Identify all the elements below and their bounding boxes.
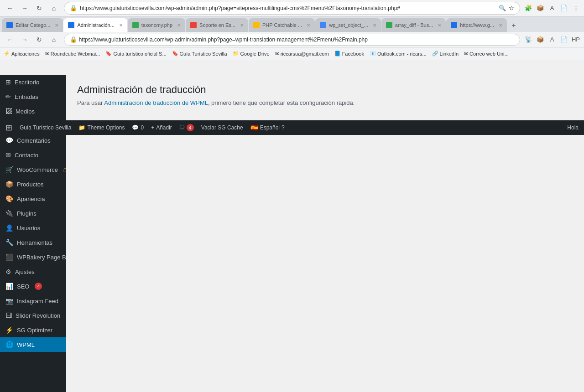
back-button[interactable]: ← xyxy=(4,2,16,15)
bookmark-facebook[interactable]: 📘 Facebook xyxy=(334,51,364,57)
theme-options-text: Theme Options xyxy=(87,124,125,131)
sidebar-item-herramientas[interactable]: 🔧 Herramientas xyxy=(0,235,66,250)
sidebar-item-slider[interactable]: 🎞 Slider Revolution xyxy=(0,308,66,323)
bookmark-correo[interactable]: ✉ Correo web Uni... xyxy=(464,51,509,57)
dropbox-icon[interactable]: 📦 xyxy=(536,4,545,13)
sidebar-item-escritorio[interactable]: ⊞ Escritorio xyxy=(0,75,66,89)
home-button[interactable]: ⌂ xyxy=(47,2,60,15)
tab-close-icon[interactable]: ✕ xyxy=(499,23,502,28)
sidebar-item-wpml[interactable]: 🌐 WPML xyxy=(0,337,66,352)
woocommerce-icon: 🛒 xyxy=(5,166,13,173)
back-button-2[interactable]: ← xyxy=(4,33,16,46)
sidebar-item-usuarios[interactable]: 👤 Usuarios xyxy=(0,221,66,235)
forward-button[interactable]: → xyxy=(18,2,31,15)
productos-icon: 📦 xyxy=(5,181,13,188)
tab-taxonomy[interactable]: taxonomy.php ✕ xyxy=(128,18,185,32)
reload-button-2[interactable]: ↻ xyxy=(33,33,46,46)
sidebar-item-instagram[interactable]: 📷 Instagram Feed xyxy=(0,294,66,308)
tab-wp-set-object[interactable]: wp_set_object_... ✕ xyxy=(315,18,381,32)
menu-icon[interactable]: ⋮ xyxy=(571,4,580,13)
adobe-icon[interactable]: A xyxy=(548,4,557,13)
tab-favicon xyxy=(132,22,139,28)
page-description: Para usar Administración de traducción d… xyxy=(77,99,573,106)
sidebar-item-woocommerce[interactable]: 🛒 WooCommerce ⚠ xyxy=(0,162,66,177)
tab-soporte[interactable]: Soporte en Es... ✕ xyxy=(186,18,248,32)
escritorio-label: Escritorio xyxy=(15,79,39,86)
tab-close-icon[interactable]: ✕ xyxy=(240,23,244,28)
new-tab-button[interactable]: + xyxy=(507,19,520,32)
tab-close-icon[interactable]: ✕ xyxy=(119,23,123,28)
hp-icon[interactable]: HP xyxy=(571,35,580,44)
sidebar-item-plugins[interactable]: 🔌 Plugins xyxy=(0,206,66,221)
browser-nav-buttons-2: ← → ↻ ⌂ xyxy=(4,33,60,46)
address-bar-2[interactable]: 🔒 https://www.guiaturisticosevilla.com/w… xyxy=(64,34,520,46)
tab-favicon xyxy=(451,22,457,28)
apariencia-label: Apariencia xyxy=(17,196,45,202)
wpbakery-label: WPBakery Page Builder xyxy=(17,254,66,261)
home-button-2[interactable]: ⌂ xyxy=(47,33,60,46)
topbar-language[interactable]: 🇪🇸 Español ? xyxy=(250,124,285,131)
sidebar-item-ajustes[interactable]: ⚙ Ajustes xyxy=(0,264,66,279)
tab-close-icon[interactable]: ✕ xyxy=(307,23,310,28)
woocommerce-warning-icon: ⚠ xyxy=(63,166,66,173)
bookmark-drive[interactable]: 📁 Google Drive xyxy=(233,51,270,57)
tab-php-catchable[interactable]: PHP Catchable ... ✕ xyxy=(249,18,315,32)
tab-close-icon[interactable]: ✕ xyxy=(373,23,376,28)
sidebar-item-productos[interactable]: 📦 Productos xyxy=(0,177,66,191)
tab-array-diff[interactable]: array_diff - Bus... ✕ xyxy=(381,18,446,32)
tab-label: taxonomy.php xyxy=(141,22,172,28)
cache-text: Vaciar SG Cache xyxy=(201,124,243,131)
tab-close-icon[interactable]: ✕ xyxy=(438,23,441,28)
bookmark-linkedin[interactable]: 🔗 LinkedIn xyxy=(432,51,459,57)
acrobat-icon[interactable]: 📄 xyxy=(559,4,568,13)
topbar-site-name[interactable]: Guía Turístico Sevilla xyxy=(20,124,71,131)
sidebar-item-comentarios[interactable]: 💬 Comentarios xyxy=(0,133,66,148)
apariencia-icon: 🎨 xyxy=(5,195,13,202)
tab-editar-categorias[interactable]: Editar Catego... ✕ xyxy=(2,18,63,32)
sidebar-item-contacto[interactable]: ✉ Contacto xyxy=(0,148,66,162)
sgoptimizer-label: SG Optimizer xyxy=(17,327,52,334)
flag-icon: 🇪🇸 xyxy=(250,124,258,131)
usuarios-icon: 👤 xyxy=(5,224,13,232)
bookmark-guia-sevilla[interactable]: 🔖 Guía Turístico Sevilla xyxy=(172,51,227,57)
wpml-link[interactable]: Administración de traducción de WPML xyxy=(104,99,208,106)
bookmarks-bar: ⚡ Aplicaciones ✉ Roundcube Webmai... 🔖 G… xyxy=(0,47,584,60)
adobe-icon-2[interactable]: A xyxy=(548,35,557,44)
sidebar-item-medios[interactable]: 🖼 Medios xyxy=(0,104,66,119)
slider-label: Slider Revolution xyxy=(16,312,60,319)
sidebar-item-sgoptimizer[interactable]: ⚡ SG Optimizer xyxy=(0,323,66,337)
page-title: Administración de traducción xyxy=(77,84,573,96)
bookmark-guia-oficial[interactable]: 🔖 Guía turístico oficial S... xyxy=(105,51,166,57)
topbar-comments[interactable]: 💬 0 xyxy=(132,124,144,131)
sidebar-item-wpbakery[interactable]: ⬛ WPBakery Page Builder xyxy=(0,250,66,264)
topbar-theme-options[interactable]: 📁 Theme Options xyxy=(78,124,125,131)
sidebar-item-apariencia[interactable]: 🎨 Apariencia xyxy=(0,191,66,206)
tab-favicon xyxy=(68,22,74,28)
address-bar[interactable]: 🔒 https://www.guiaturisticosevilla.com/w… xyxy=(64,2,520,15)
topbar-wpbf[interactable]: 🛡 4 xyxy=(179,124,194,131)
tab-administracion[interactable]: Administración... ✕ xyxy=(63,18,127,32)
sidebar-item-seo[interactable]: 📊 SEO 4 xyxy=(0,279,66,294)
reload-button[interactable]: ↻ xyxy=(33,2,46,15)
bookmark-outlook[interactable]: 📧 Outlook.com - ricars... xyxy=(370,51,427,57)
description-suffix: , primero tiene que completar esta confi… xyxy=(208,99,355,106)
acrobat-icon-2[interactable]: 📄 xyxy=(559,35,568,44)
tab-guia[interactable]: https://www.g... ✕ xyxy=(446,18,507,32)
tab-label: wp_set_object_... xyxy=(329,22,368,28)
tab-close-icon[interactable]: ✕ xyxy=(55,23,58,28)
dropbox-icon-2[interactable]: 📦 xyxy=(536,35,545,44)
bookmark-aplicaciones[interactable]: ⚡ Aplicaciones xyxy=(4,51,40,57)
bookmark-gmail[interactable]: ✉ riccarsua@gmail.com xyxy=(275,51,329,57)
rss-icon[interactable]: 📡 xyxy=(524,35,533,44)
forward-button-2[interactable]: → xyxy=(18,33,31,46)
seo-badge: 4 xyxy=(35,283,42,290)
topbar-clear-cache[interactable]: Vaciar SG Cache xyxy=(201,124,243,131)
plugins-icon: 🔌 xyxy=(5,210,13,217)
tab-close-icon[interactable]: ✕ xyxy=(177,23,181,28)
topbar-add-new[interactable]: + Añadir xyxy=(151,124,172,131)
comentarios-label: Comentarios xyxy=(17,137,51,144)
bookmark-roundcube[interactable]: ✉ Roundcube Webmai... xyxy=(45,51,100,57)
extensions-icon[interactable]: 🧩 xyxy=(524,4,533,13)
wp-logo[interactable]: ⊞ xyxy=(5,123,12,133)
sidebar-item-entradas[interactable]: ✏ Entradas xyxy=(0,89,66,104)
